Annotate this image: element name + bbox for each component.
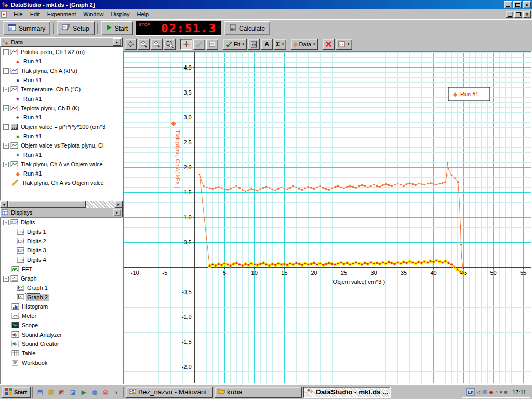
tree-collapse-icon[interactable]: - — [3, 143, 9, 149]
fit-menu-button[interactable]: Fit▼ — [223, 39, 247, 50]
minimize-button[interactable] — [504, 1, 512, 8]
display-row[interactable]: -3.14Digits — [1, 218, 122, 227]
quicklaunch-mail-icon[interactable]: ◪ — [68, 387, 78, 397]
data-source-row[interactable]: -Tlak plynu, Ch A vs Objem valce — [1, 159, 122, 169]
data-tree-hscrollbar[interactable]: ◄ ► — [0, 201, 123, 208]
legend[interactable]: ◆Run #1 — [448, 87, 490, 101]
display-row[interactable]: Table — [1, 349, 122, 358]
display-row[interactable]: 3.14Digits 3 — [1, 246, 122, 255]
zoom-out-button[interactable] — [151, 39, 163, 50]
display-row[interactable]: Workbook — [1, 358, 122, 367]
run-row[interactable]: ×Run #1 — [1, 150, 122, 159]
run-row[interactable]: ▼Run #1 — [1, 94, 122, 103]
tree-collapse-icon[interactable]: - — [3, 276, 9, 282]
start-button[interactable]: Start — [2, 387, 31, 398]
display-row[interactable]: Sound Analyzer — [1, 330, 122, 339]
display-row[interactable]: -Graph — [1, 274, 122, 283]
tree-collapse-icon[interactable]: - — [3, 105, 9, 111]
mdi-minimize-button[interactable] — [506, 11, 513, 18]
display-row[interactable]: Graph 2 — [1, 292, 122, 302]
document-icon[interactable] — [1, 10, 8, 18]
delete-button[interactable] — [323, 39, 335, 50]
maximize-button[interactable] — [513, 1, 522, 8]
data-panel-header[interactable]: Data ▼ — [0, 37, 123, 47]
scale-to-fit-button[interactable] — [125, 39, 137, 50]
run-row[interactable]: ●Run #1 — [1, 75, 122, 85]
tray-usb-icon[interactable]: ■ — [504, 389, 507, 395]
note-tool-button[interactable] — [206, 39, 218, 50]
tree-collapse-icon[interactable]: - — [3, 87, 9, 92]
scroll-right-button[interactable]: ► — [115, 201, 123, 208]
start-recording-button[interactable]: Start — [101, 21, 133, 35]
data-menu-button[interactable]: ◆Data▼ — [291, 39, 317, 50]
quicklaunch-opera-icon[interactable]: ◎ — [100, 387, 111, 397]
scroll-track[interactable] — [8, 201, 115, 208]
run-row[interactable]: ■Run #1 — [1, 131, 122, 141]
quicklaunch-notes-icon[interactable]: ▨ — [46, 387, 56, 397]
zoom-in-button[interactable] — [138, 39, 150, 50]
menu-edit[interactable]: Edit — [26, 10, 44, 18]
tray-volume-icon[interactable]: ◁ — [477, 389, 481, 395]
displays-panel-header[interactable]: Displays ▼ — [0, 208, 123, 217]
data-source-row[interactable]: -Teplota plynu, Ch B (K) — [1, 103, 122, 113]
menu-experiment[interactable]: Experiment — [44, 10, 80, 18]
data-source-row[interactable]: -Poloha pistu, Ch 1&2 (m) — [1, 47, 122, 57]
task-datastudio[interactable]: DataStudio - mkl.ds ... — [303, 387, 391, 398]
quicklaunch-browser-icon[interactable]: ◍ — [89, 387, 100, 397]
run-row[interactable]: ◆Run #1 — [1, 169, 122, 178]
tray-update-icon[interactable]: ● — [499, 389, 502, 395]
scroll-thumb[interactable] — [8, 201, 86, 208]
statistics-menu-button[interactable]: Σ▼ — [274, 39, 286, 50]
menu-window[interactable]: Window — [79, 10, 107, 18]
tree-collapse-icon[interactable]: - — [3, 49, 9, 55]
mdi-restore-button[interactable] — [514, 11, 522, 18]
slope-tool-button[interactable] — [193, 39, 205, 50]
calculator-tool-button[interactable] — [248, 39, 260, 50]
display-row[interactable]: 3.14Digits 1 — [1, 227, 122, 236]
task-paint[interactable]: Bez_názvu - Malování — [126, 387, 213, 398]
display-row[interactable]: 3.14Digits 2 — [1, 236, 122, 246]
quicklaunch-desktop-icon[interactable]: ▤ — [35, 387, 45, 397]
tree-collapse-icon[interactable]: - — [3, 124, 9, 130]
display-row[interactable]: FFT — [1, 264, 122, 274]
menu-display[interactable]: Display — [108, 10, 134, 18]
setup-button[interactable]: Setup — [57, 21, 94, 35]
text-tool-button[interactable]: A — [261, 39, 273, 50]
data-source-row[interactable]: -Objem valce vs Teplota plynu, Cl — [1, 141, 122, 150]
title-bar[interactable]: DataStudio - mkl.ds - [Graph 2] × — [0, 0, 532, 9]
display-row[interactable]: Sound Creator — [1, 339, 122, 349]
quicklaunch-paint-icon[interactable]: ◩ — [57, 387, 67, 397]
calculate-button[interactable]: Calculate — [224, 21, 270, 35]
tree-collapse-icon[interactable]: - — [3, 162, 9, 167]
zoom-select-button[interactable] — [164, 39, 176, 50]
tree-collapse-icon[interactable]: - — [3, 220, 9, 225]
display-row[interactable]: Scope — [1, 321, 122, 330]
display-row[interactable]: Graph 1 — [1, 283, 122, 292]
mdi-close-button[interactable]: × — [523, 11, 531, 18]
plot-canvas[interactable]: -10-5510152025303540455055-2,0-1,5-1,0-0… — [124, 52, 531, 383]
display-row[interactable]: Meter — [1, 311, 122, 321]
scroll-left-button[interactable]: ◄ — [0, 201, 8, 208]
plot-area[interactable]: -10-5510152025303540455055-2,0-1,5-1,0-0… — [123, 51, 532, 384]
quicklaunch-coffee-icon[interactable]: ◗ — [111, 387, 122, 397]
summary-button[interactable]: Summary — [3, 21, 50, 35]
tree-collapse-icon[interactable]: - — [3, 68, 9, 74]
displays-dropdown-button[interactable]: ▼ — [113, 209, 121, 216]
display-row[interactable]: 3.14Digits 4 — [1, 255, 122, 264]
run-row[interactable]: ▲Run #1 — [1, 57, 122, 66]
graph-settings-button[interactable]: ▼ — [336, 39, 352, 50]
data-dropdown-button[interactable]: ▼ — [113, 38, 121, 46]
data-source-row[interactable]: -Temperature, Ch B (°C) — [1, 85, 122, 94]
tray-display-icon[interactable]: ▥ — [483, 389, 487, 395]
data-source-row[interactable]: Tlak plynu, Ch A vs Objem valce — [1, 178, 122, 188]
menu-help[interactable]: Help — [134, 10, 153, 18]
data-source-row[interactable]: -Tlak plynu, Ch A (kPa) — [1, 66, 122, 75]
task-folder-kuba[interactable]: kuba — [215, 387, 302, 398]
quicklaunch-media-icon[interactable]: ▶ — [78, 387, 89, 397]
run-row[interactable]: +Run #1 — [1, 113, 122, 122]
close-button[interactable]: × — [523, 1, 531, 8]
smart-tool-button[interactable] — [180, 39, 192, 50]
menu-file[interactable]: File — [10, 10, 26, 18]
tray-antivirus-icon[interactable]: ◆ — [489, 389, 493, 395]
display-row[interactable]: Histogram — [1, 302, 122, 311]
